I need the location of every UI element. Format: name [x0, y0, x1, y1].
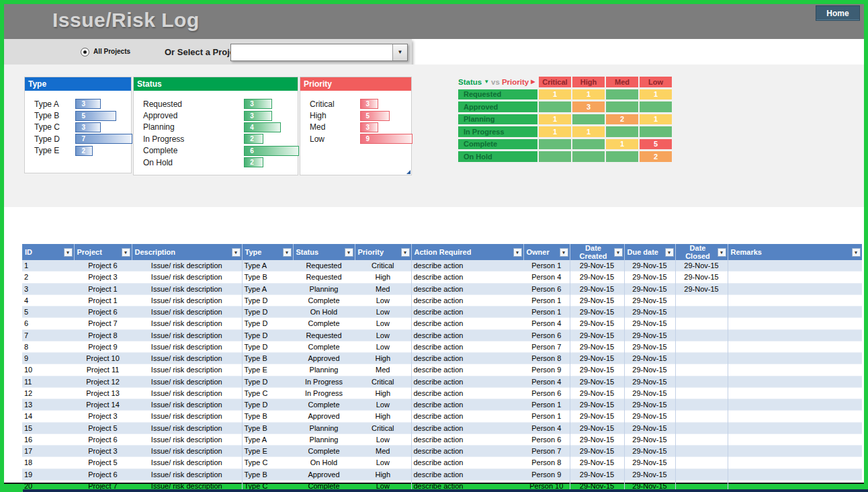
table-cell[interactable]: Project 13: [74, 387, 132, 399]
filter-button[interactable]: ▾: [560, 248, 568, 257]
table-cell[interactable]: describe action: [411, 387, 523, 399]
table-cell[interactable]: Issue/ risk description: [132, 272, 242, 283]
table-cell[interactable]: [675, 364, 728, 376]
table-cell[interactable]: 29-Nov-15: [624, 306, 675, 318]
table-cell[interactable]: Low: [355, 306, 411, 318]
table-cell[interactable]: Critical: [355, 260, 411, 272]
matrix-row-label[interactable]: On Hold: [458, 151, 537, 162]
table-cell[interactable]: 29-Nov-15: [570, 446, 624, 457]
table-cell[interactable]: describe action: [411, 341, 523, 352]
table-cell[interactable]: 29-Nov-15: [570, 260, 624, 272]
table-cell[interactable]: Project 11: [74, 364, 132, 376]
table-cell[interactable]: [728, 434, 862, 445]
table-cell[interactable]: Issue/ risk description: [132, 294, 242, 306]
column-header-remarks[interactable]: Remarks▾: [728, 244, 862, 260]
table-cell[interactable]: Type D: [242, 329, 293, 341]
table-cell[interactable]: 3: [22, 283, 74, 294]
matrix-cell[interactable]: [539, 139, 571, 150]
table-cell[interactable]: 5: [22, 306, 74, 318]
table-cell[interactable]: Issue/ risk description: [132, 329, 242, 341]
table-cell[interactable]: 29-Nov-15: [570, 468, 624, 480]
table-cell[interactable]: [728, 260, 862, 272]
table-cell[interactable]: Project 14: [74, 399, 132, 411]
table-cell[interactable]: 29-Nov-15: [624, 318, 675, 329]
table-cell[interactable]: Project 3: [74, 446, 132, 457]
matrix-cell[interactable]: 2: [606, 114, 638, 125]
table-cell[interactable]: describe action: [411, 468, 523, 480]
table-cell[interactable]: [728, 411, 862, 422]
table-cell[interactable]: describe action: [411, 272, 523, 283]
table-cell[interactable]: describe action: [411, 283, 523, 294]
column-header-priority[interactable]: Priority▾: [355, 244, 411, 260]
matrix-column-header[interactable]: High: [572, 77, 605, 87]
table-cell[interactable]: Planning: [293, 364, 355, 376]
matrix-cell[interactable]: [539, 101, 571, 112]
table-cell[interactable]: [728, 306, 862, 318]
table-cell[interactable]: 29-Nov-15: [570, 376, 624, 387]
column-header-due-date[interactable]: Due date▾: [624, 244, 675, 260]
matrix-cell[interactable]: 2: [640, 151, 672, 162]
matrix-row-label[interactable]: Complete: [458, 139, 537, 150]
table-cell[interactable]: Project 6: [74, 468, 132, 480]
table-cell[interactable]: Low: [355, 294, 411, 306]
matrix-column-header[interactable]: Critical: [539, 77, 571, 87]
table-cell[interactable]: [675, 468, 728, 480]
table-cell[interactable]: Person 4: [523, 272, 570, 283]
table-cell[interactable]: [728, 341, 862, 352]
table-cell[interactable]: 6: [22, 318, 74, 329]
table-cell[interactable]: Complete: [293, 341, 355, 352]
table-cell[interactable]: Med: [355, 446, 411, 457]
matrix-cell[interactable]: 1: [640, 89, 672, 100]
table-cell[interactable]: 29-Nov-15: [624, 329, 675, 341]
table-cell[interactable]: 29-Nov-15: [570, 283, 624, 294]
table-cell[interactable]: describe action: [411, 446, 523, 457]
table-cell[interactable]: High: [355, 411, 411, 422]
table-cell[interactable]: [675, 411, 728, 422]
table-cell[interactable]: Person 4: [523, 318, 570, 329]
table-cell[interactable]: High: [355, 353, 411, 364]
table-cell[interactable]: describe action: [411, 260, 523, 272]
filter-button[interactable]: ▾: [513, 248, 522, 257]
table-cell[interactable]: describe action: [411, 457, 523, 468]
table-cell[interactable]: describe action: [411, 411, 523, 422]
matrix-column-header[interactable]: Med: [606, 77, 638, 87]
filter-button[interactable]: ▾: [345, 248, 353, 257]
table-cell[interactable]: Person 1: [523, 294, 570, 306]
table-cell[interactable]: 29-Nov-15: [570, 422, 624, 434]
table-cell[interactable]: 29-Nov-15: [624, 399, 675, 411]
table-cell[interactable]: Planning: [293, 422, 355, 434]
table-cell[interactable]: Planning: [293, 434, 355, 445]
table-cell[interactable]: Complete: [293, 318, 355, 329]
table-cell[interactable]: On Hold: [293, 457, 355, 468]
table-cell[interactable]: Issue/ risk description: [132, 306, 242, 318]
table-cell[interactable]: 8: [22, 341, 74, 352]
table-cell[interactable]: [675, 306, 728, 318]
table-cell[interactable]: Requested: [293, 329, 355, 341]
column-header-project[interactable]: Project▾: [74, 244, 132, 260]
filter-button[interactable]: ▾: [665, 248, 674, 257]
matrix-cell[interactable]: [539, 151, 571, 162]
table-cell[interactable]: describe action: [411, 306, 523, 318]
table-cell[interactable]: [675, 399, 728, 411]
matrix-cell[interactable]: [640, 101, 672, 112]
column-header-date-created[interactable]: Date Created▾: [570, 244, 624, 260]
table-cell[interactable]: Person 6: [523, 387, 570, 399]
table-cell[interactable]: Issue/ risk description: [132, 387, 242, 399]
table-cell[interactable]: Issue/ risk description: [132, 434, 242, 445]
table-cell[interactable]: Complete: [293, 399, 355, 411]
matrix-cell[interactable]: 1: [572, 89, 605, 100]
matrix-cell[interactable]: [606, 151, 638, 162]
table-cell[interactable]: Type D: [242, 341, 293, 352]
matrix-cell[interactable]: [572, 151, 605, 162]
table-cell[interactable]: describe action: [411, 318, 523, 329]
matrix-cell[interactable]: 1: [606, 139, 638, 150]
table-cell[interactable]: Approved: [293, 411, 355, 422]
table-cell[interactable]: [728, 457, 862, 468]
table-cell[interactable]: 7: [22, 329, 74, 341]
table-cell[interactable]: Issue/ risk description: [132, 260, 242, 272]
table-cell[interactable]: Requested: [293, 272, 355, 283]
table-cell[interactable]: 12: [22, 387, 74, 399]
table-cell[interactable]: 14: [22, 411, 74, 422]
table-cell[interactable]: Project 12: [74, 376, 132, 387]
table-cell[interactable]: Complete: [293, 294, 355, 306]
